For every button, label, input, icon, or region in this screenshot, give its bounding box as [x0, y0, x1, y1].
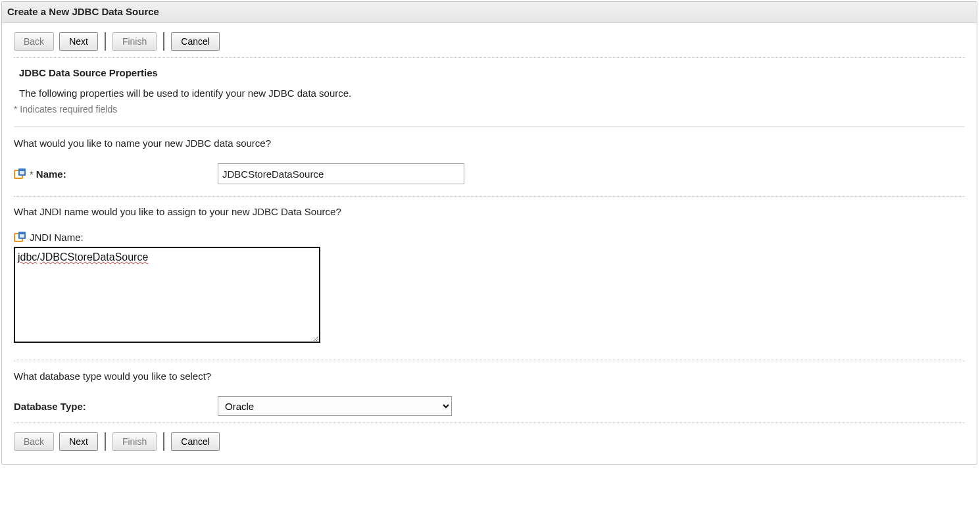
- jndi-label-line: JNDI Name:: [14, 232, 965, 243]
- cancel-button[interactable]: Cancel: [171, 32, 220, 51]
- name-field-row: * Name:: [14, 163, 965, 184]
- finish-button[interactable]: Finish: [112, 432, 157, 451]
- dbtype-prompt: What database type would you like to sel…: [14, 371, 965, 382]
- divider: [14, 57, 965, 58]
- page-title: Create a New JDBC Data Source: [2, 2, 977, 23]
- jndi-textarea[interactable]: [14, 247, 320, 343]
- jndi-textarea-wrap: jdbc/JDBCStoreDataSource: [14, 247, 320, 345]
- divider: [14, 422, 965, 423]
- name-label-cell: * Name:: [14, 168, 218, 180]
- button-separator: [163, 432, 164, 451]
- next-button[interactable]: Next: [59, 32, 98, 51]
- divider: [14, 361, 965, 361]
- divider: [14, 196, 965, 197]
- button-separator: [105, 432, 106, 451]
- back-button[interactable]: Back: [14, 432, 54, 451]
- wizard-buttons-top: Back Next Finish Cancel: [14, 32, 965, 51]
- divider: [14, 126, 965, 127]
- jndi-prompt: What JNDI name would you like to assign …: [14, 206, 965, 217]
- svg-rect-4: [20, 170, 24, 171]
- name-label: Name:: [36, 168, 66, 180]
- button-separator: [163, 32, 164, 51]
- jndi-label: JNDI Name:: [30, 232, 84, 243]
- name-prompt: What would you like to name your new JDB…: [14, 138, 965, 149]
- jndi-field-group: JNDI Name: jdbc/JDBCStoreDataSource: [14, 232, 965, 345]
- required-fields-hint: * Indicates required fields: [14, 104, 965, 115]
- help-icon[interactable]: [14, 232, 26, 243]
- dbtype-field-row: Database Type: Oracle: [14, 396, 965, 416]
- section-heading: JDBC Data Source Properties: [19, 67, 965, 78]
- wizard-content: Back Next Finish Cancel JDBC Data Source…: [2, 23, 977, 464]
- dbtype-label-cell: Database Type:: [14, 401, 218, 412]
- section-intro: The following properties will be used to…: [19, 88, 965, 99]
- dbtype-select[interactable]: Oracle: [218, 396, 452, 416]
- dbtype-label: Database Type:: [14, 401, 86, 412]
- wizard-buttons-bottom: Back Next Finish Cancel: [14, 432, 965, 451]
- required-star: *: [30, 168, 34, 180]
- finish-button[interactable]: Finish: [112, 32, 157, 51]
- back-button[interactable]: Back: [14, 32, 54, 51]
- next-button[interactable]: Next: [59, 432, 98, 451]
- cancel-button[interactable]: Cancel: [171, 432, 220, 451]
- svg-rect-9: [20, 233, 24, 234]
- wizard-panel: Create a New JDBC Data Source Back Next …: [1, 1, 977, 465]
- help-icon[interactable]: [14, 168, 26, 180]
- name-input[interactable]: [218, 163, 464, 184]
- button-separator: [105, 32, 106, 51]
